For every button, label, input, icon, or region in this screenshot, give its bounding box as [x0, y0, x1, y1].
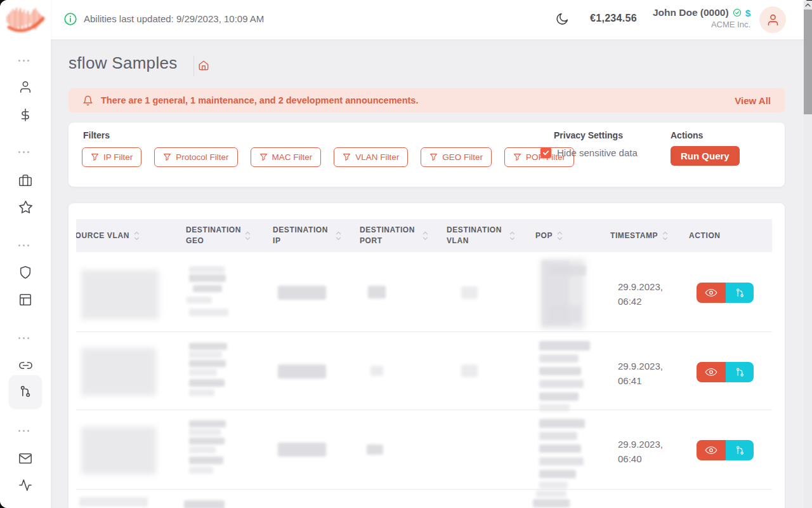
privacy-section-label: Privacy Settings — [554, 130, 623, 140]
sort-icon[interactable] — [134, 231, 140, 241]
trace-route-button[interactable] — [726, 362, 754, 382]
geo-filter-button[interactable]: GEO Filter — [421, 147, 492, 167]
redacted-cell — [187, 297, 212, 304]
column-header-destination-vlan[interactable]: DESTINATION VLAN — [447, 219, 528, 252]
info-icon — [63, 12, 77, 26]
column-header-destination-port[interactable]: DESTINATION PORT — [360, 219, 439, 252]
redacted-cell — [368, 286, 386, 298]
mac-filter-button[interactable]: MAC Filter — [251, 147, 322, 167]
protocol-filter-button[interactable]: Protocol Filter — [154, 147, 237, 167]
column-header-timestamp[interactable]: TIMESTAMP — [610, 219, 681, 252]
redacted-cell — [189, 343, 227, 350]
account-balance[interactable]: €1,234.56 — [590, 13, 637, 24]
dark-mode-toggle[interactable] — [554, 11, 571, 28]
sidebar-item-security[interactable] — [11, 258, 39, 286]
sidebar-item-users[interactable] — [11, 73, 39, 101]
redacted-cell — [539, 419, 585, 428]
column-header-source-vlan[interactable]: SOURCE VLAN — [76, 219, 178, 252]
column-header-pop[interactable]: POP — [535, 219, 603, 252]
timestamp-cell: 29.9.2023, 06:40 — [618, 437, 670, 467]
redacted-cell — [81, 270, 159, 319]
app-logo[interactable] — [5, 5, 46, 36]
redacted-cell — [193, 285, 222, 292]
sidebar-item-services[interactable] — [11, 166, 39, 194]
view-sample-button[interactable] — [697, 283, 726, 303]
page-title: sflow Samples — [69, 53, 178, 73]
sidebar-section-divider — [18, 337, 29, 339]
shield-icon — [18, 265, 32, 279]
redacted-cell — [533, 499, 570, 507]
filter-funnel-icon — [429, 153, 438, 161]
redacted-cell — [278, 364, 326, 378]
run-query-button[interactable]: Run Query — [671, 146, 740, 166]
redacted-cell — [548, 305, 581, 323]
view-all-link[interactable]: View All — [735, 95, 771, 106]
redacted-cell — [367, 444, 383, 455]
column-header-destination-ip[interactable]: DESTINATION IP — [273, 219, 352, 252]
row-actions — [697, 362, 754, 382]
chevron-up-icon — [805, 3, 811, 7]
page-scrollbar — [804, 0, 812, 508]
dollar-icon — [18, 108, 32, 122]
trace-route-button[interactable] — [726, 283, 754, 303]
redacted-cell — [189, 351, 222, 358]
sidebar-item-messages[interactable] — [11, 444, 39, 472]
redacted-cell — [189, 274, 226, 282]
route-icon — [18, 385, 32, 399]
scrollbar-thumb[interactable] — [804, 10, 812, 114]
redacted-cell — [189, 360, 226, 367]
eye-icon — [705, 367, 717, 377]
star-icon — [18, 200, 33, 215]
table-header-row: SOURCE VLANDESTINATION GEODESTINATION IP… — [76, 219, 772, 252]
column-header-destination-geo[interactable]: DESTINATION GEO — [186, 219, 265, 252]
sidebar-item-activity[interactable] — [11, 471, 39, 499]
currency-badge-icon: $ — [745, 8, 750, 18]
home-button[interactable] — [198, 60, 209, 74]
view-sample-button[interactable] — [697, 362, 726, 382]
user-name: John Doe (0000) — [653, 7, 729, 18]
redacted-cell — [189, 379, 225, 387]
timestamp-cell: 29.9.2023, 06:42 — [618, 279, 670, 309]
sort-icon[interactable] — [557, 231, 563, 241]
redacted-cell — [539, 481, 568, 489]
view-sample-button[interactable] — [697, 440, 726, 460]
ip-filter-button[interactable]: IP Filter — [82, 147, 141, 167]
app-window: Abilities last updated: 9/29/2023, 10:09… — [0, 0, 812, 508]
filters-section-label: Filters — [83, 130, 110, 140]
redacted-cell — [189, 438, 225, 444]
redacted-cell — [81, 427, 156, 474]
hide-sensitive-data-toggle: Hide sensitive data — [540, 147, 638, 158]
avatar-user-icon — [766, 13, 780, 27]
sidebar-item-favorites[interactable] — [11, 193, 39, 221]
redacted-cell — [79, 497, 148, 507]
avatar[interactable] — [759, 6, 786, 33]
vlan-filter-button[interactable]: VLAN Filter — [334, 147, 408, 167]
scrollbar-up-arrow[interactable] — [804, 1, 812, 10]
announcement-text: There are 1 general, 1 maintenance, and … — [101, 95, 418, 105]
sort-icon[interactable] — [509, 231, 515, 241]
sort-icon[interactable] — [336, 231, 341, 241]
redacted-cell — [536, 490, 566, 497]
sort-icon[interactable] — [422, 231, 428, 241]
sidebar-item-sflow-samples[interactable] — [9, 375, 42, 408]
redacted-cell — [539, 354, 579, 363]
sidebar-item-billing[interactable] — [11, 101, 39, 129]
sidebar-item-dashboard[interactable] — [11, 286, 39, 314]
filter-funnel-icon — [91, 153, 99, 161]
route-icon — [735, 288, 745, 298]
trace-route-button[interactable] — [726, 440, 754, 460]
sort-icon[interactable] — [245, 231, 251, 241]
route-icon — [735, 367, 745, 378]
hide-sensitive-data-checkbox[interactable] — [540, 147, 551, 158]
sidebar-section-divider — [18, 244, 29, 246]
redacted-cell — [539, 367, 581, 375]
redacted-cell — [539, 470, 576, 478]
eye-icon — [705, 445, 717, 455]
filter-button-row: IP Filter Protocol Filter MAC Filter VLA… — [82, 147, 574, 167]
sort-icon[interactable] — [662, 231, 668, 241]
redacted-cell — [539, 457, 584, 465]
timestamp-cell: 29.9.2023, 06:41 — [618, 359, 670, 389]
redacted-cell — [189, 467, 213, 474]
user-menu[interactable]: John Doe (0000) $ ACME Inc. — [653, 7, 750, 29]
company-name: ACME Inc. — [653, 20, 750, 29]
